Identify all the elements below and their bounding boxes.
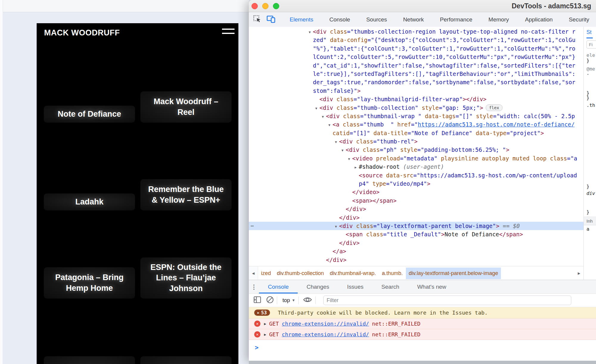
chevron-down-icon[interactable]: ▼	[292, 298, 295, 302]
collapse-icon[interactable]: ▼	[335, 138, 339, 146]
device-toolbar-icon[interactable]	[267, 15, 276, 24]
collapse-icon[interactable]: ▼	[309, 28, 313, 36]
dom-tree-node[interactable]: </div>	[249, 239, 583, 247]
thumbnail-card[interactable]	[140, 356, 232, 364]
dom-tree-node[interactable]: </div>	[249, 256, 583, 264]
dom-tree-node[interactable]: <div class="lay-thumbnailgrid-filter-wra…	[249, 95, 583, 103]
thumbnail-card[interactable]: Remember the Blue & Yellow – ESPN+	[140, 179, 232, 210]
dom-tree-node[interactable]: "%"},"tablet":{"colCount":3,"colGutter":…	[249, 44, 583, 53]
drawer-tab-what-s-new[interactable]: What's new	[408, 280, 455, 293]
breadcrumb-item[interactable]: div.thumbnail-wrap.	[327, 268, 379, 279]
collapse-icon[interactable]: ▼	[328, 121, 333, 129]
dom-tree-node[interactable]: ▶#shadow-root (user-agent)	[249, 163, 583, 171]
collapse-icon[interactable]: ▼	[315, 104, 319, 112]
hamburger-menu-icon[interactable]	[222, 29, 235, 35]
console-filter-input[interactable]	[323, 296, 571, 305]
dom-tree-node[interactable]: zed" data-config="{"desktop":{"colCount"…	[249, 36, 583, 44]
eye-icon[interactable]	[303, 296, 312, 304]
dom-tree-node[interactable]: </div>	[249, 205, 583, 213]
dom-tree-node[interactable]: ▼<div class="thumb-rel">	[249, 137, 583, 146]
dom-tree-node[interactable]: ▼<div class="thumb-collection" style="ga…	[249, 104, 583, 112]
more-tools-icon[interactable]: ⋮	[249, 283, 259, 290]
collapse-icon[interactable]: ▼	[342, 146, 346, 154]
console-drawer: ⋮ ConsoleChangesIssuesSearchWhat's new t…	[249, 280, 596, 361]
inspect-element-icon[interactable]	[253, 15, 261, 24]
thumbnail-card[interactable]: Mack Woodruff – Reel	[140, 91, 232, 123]
minimize-button[interactable]	[262, 3, 268, 9]
dom-tree-node[interactable]: p4" type="video/mp4">	[249, 179, 583, 188]
js-context-selector[interactable]: top	[283, 297, 290, 304]
issues-count-badge[interactable]: ▶ 53	[254, 310, 270, 316]
dom-tree-node[interactable]: stom":false}">	[249, 87, 583, 95]
dom-tree: ▼<div class="thumbs-collection-region la…	[249, 27, 583, 264]
breadcrumb-item[interactable]: div.lay-textformat-parent.below-image	[406, 268, 501, 279]
clear-console-icon[interactable]	[266, 296, 274, 305]
node-more-icon[interactable]: ⋯	[251, 222, 253, 230]
tab-network[interactable]: Network	[395, 12, 432, 27]
dom-tree-node[interactable]: ▼<div class="ph" style="padding-bottom:5…	[249, 146, 583, 154]
dom-tree-node[interactable]: le":true}],"sortedTagFilters":[],"tagFil…	[249, 70, 583, 78]
tab-elements[interactable]: Elements	[282, 12, 321, 27]
dom-tree-node[interactable]: ▼<a class="thumb " href="https://adamc51…	[249, 120, 583, 129]
tab-console[interactable]: Console	[321, 12, 358, 27]
collapse-icon[interactable]: ▼	[322, 113, 326, 120]
console-prompt-icon[interactable]: >	[255, 344, 596, 351]
thumbnail-card[interactable]: Note of Defiance	[44, 106, 135, 123]
dom-tree-node[interactable]: ⋯▼<div class="lay-textformat-parent belo…	[249, 222, 583, 230]
dom-tree-node[interactable]: </a>	[249, 247, 583, 255]
drawer-tab-issues[interactable]: Issues	[338, 280, 372, 293]
dom-tree-node[interactable]: ▼<video preload="metadata" playsinline a…	[249, 154, 583, 163]
breadcrumb-item[interactable]: a.thumb.	[379, 268, 406, 279]
error-link[interactable]: chrome-extension://invalid/	[282, 321, 369, 327]
console-error-row[interactable]: ✕▶GETchrome-extension://invalid/net::ERR…	[249, 318, 596, 329]
breadcrumb-item[interactable]: ized	[258, 268, 274, 279]
expand-icon[interactable]: ▶	[257, 311, 259, 314]
tab-application[interactable]: Application	[517, 12, 561, 27]
expand-icon[interactable]: ▶	[264, 322, 266, 326]
breadcrumb-item[interactable]: div.thumb-collection	[274, 268, 327, 279]
thumbnail-card[interactable]: Patagonia – Bring Hemp Home	[44, 267, 135, 299]
site-logo[interactable]: MACK WOODRUFF	[44, 28, 120, 38]
tab-sources[interactable]: Sources	[358, 12, 395, 27]
thumbnail-card[interactable]: Ladahk	[44, 193, 135, 210]
thumbnail-card[interactable]: ESPN: Outside the Lines – Flau’jae Johns…	[140, 257, 232, 299]
thumbnail-card[interactable]	[44, 356, 135, 364]
dom-tree-node[interactable]: catid="[1]" data-title="Note of Defiance…	[249, 129, 583, 137]
drawer-tab-changes[interactable]: Changes	[298, 280, 338, 293]
console-sidebar-icon[interactable]	[254, 296, 261, 304]
dom-tree-node[interactable]: </div>	[249, 213, 583, 222]
drawer-tab-console[interactable]: Console	[259, 280, 298, 293]
close-button[interactable]	[252, 3, 258, 9]
tab-styles[interactable]: St	[586, 29, 593, 38]
tab-performance[interactable]: Performance	[432, 12, 480, 27]
expand-icon[interactable]: ▶	[355, 163, 359, 171]
flex-badge[interactable]: flex	[486, 104, 502, 111]
tab-security[interactable]: Security	[561, 12, 596, 27]
dom-tree-node[interactable]: </video>	[249, 188, 583, 196]
breadcrumb-scroll-left-icon[interactable]: ◀	[249, 266, 258, 280]
drawer-tab-search[interactable]: Search	[372, 280, 408, 293]
dom-tree-node[interactable]: ▼<div class="thumbs-collection-region la…	[249, 27, 583, 36]
tab-memory[interactable]: Memory	[480, 12, 517, 27]
window-left-edge	[0, 0, 3, 364]
console-warning-row[interactable]: ▶ 53 Third-party cookie will be blocked.…	[249, 307, 596, 318]
dom-tree-node[interactable]: <span></span>	[249, 196, 583, 205]
expand-icon[interactable]: ▶	[264, 332, 266, 337]
breadcrumb: ◀ izeddiv.thumb-collectiondiv.thumbnail-…	[249, 266, 583, 280]
error-link[interactable]: chrome-extension://invalid/	[282, 331, 369, 338]
dom-tree-node[interactable]: <span class="title _Default">Note of Def…	[249, 230, 583, 238]
styles-filter-input[interactable]: Fi	[586, 40, 596, 49]
dom-tree-node[interactable]: der_tags":true,"randomorder":false,"sort…	[249, 78, 583, 86]
dom-tree-node[interactable]: ▼<div class="thumbnail-wrap " data-tags=…	[249, 112, 583, 120]
elements-tree-pane: ▼<div class="thumbs-collection-region la…	[249, 27, 583, 280]
collapse-icon[interactable]: ▼	[348, 155, 352, 163]
styles-fragment: }	[586, 95, 589, 101]
collapse-icon[interactable]: ▼	[335, 223, 339, 230]
zoom-button[interactable]	[273, 3, 279, 9]
dom-tree-node[interactable]: lCount":2,"colGutter":5,"rowGutter":10,"…	[249, 53, 583, 61]
console-error-row[interactable]: ✕▶GETchrome-extension://invalid/net::ERR…	[249, 329, 596, 340]
dom-tree-node[interactable]: d","cat_id":1,"showfilter":false,"showta…	[249, 61, 583, 70]
devtools-tabs: ElementsConsoleSourcesNetworkPerformance…	[282, 12, 596, 27]
breadcrumb-scroll-right-icon[interactable]: ▶	[575, 266, 583, 280]
dom-tree-node[interactable]: <source data-src="https://adamc513.sg-ho…	[249, 171, 583, 179]
